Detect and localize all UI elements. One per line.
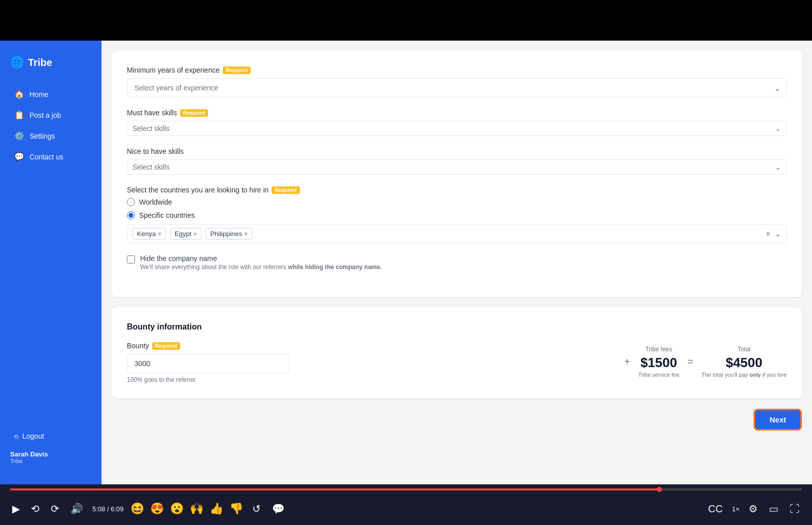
fullscreen-button[interactable]: ⛶ bbox=[788, 501, 802, 517]
total-label: Total bbox=[701, 346, 787, 353]
controls-row: ▶ ⟲ ⟳ 🔊 5:08 / 6:09 😆 😍 😮 🙌 👍 👎 ↺ 💬 CC 1… bbox=[10, 493, 802, 525]
sidebar-navigation: 🏠 Home 📋 Post a job ⚙️ Settings 💬 Contac… bbox=[0, 84, 101, 422]
logout-icon: ⎋ bbox=[14, 432, 18, 440]
emoji-laugh[interactable]: 😆 bbox=[130, 502, 144, 515]
experience-select[interactable]: Select years of experience bbox=[127, 78, 787, 97]
contact-icon: 💬 bbox=[14, 152, 24, 161]
sidebar-item-contact-us[interactable]: 💬 Contact us bbox=[4, 147, 97, 167]
required-badge: Required bbox=[272, 186, 299, 194]
clear-all-button[interactable]: × bbox=[766, 229, 770, 239]
tag-egypt: Egypt × bbox=[170, 228, 201, 240]
progress-thumb bbox=[657, 487, 662, 492]
nice-skills-label: Nice to have skills bbox=[127, 147, 787, 155]
chat-button[interactable]: 💬 bbox=[270, 501, 287, 517]
remove-egypt-button[interactable]: × bbox=[193, 231, 197, 238]
hide-company-label-wrapper: Hide the company name We'll share everyt… bbox=[140, 254, 382, 271]
sidebar-bottom: ⎋ Logout Sarah Davis Tribe bbox=[0, 422, 101, 474]
user-role: Tribe bbox=[10, 458, 91, 464]
must-have-skills-group: Must have skills Required Select skills … bbox=[127, 109, 787, 136]
emoji-wow[interactable]: 😮 bbox=[170, 502, 184, 515]
remove-kenya-button[interactable]: × bbox=[158, 231, 161, 238]
hide-company-label-sub: We'll share everything about the role wi… bbox=[140, 264, 382, 271]
specific-countries-radio[interactable] bbox=[127, 211, 135, 219]
cc-button[interactable]: CC bbox=[706, 501, 725, 517]
user-name: Sarah Davis bbox=[10, 450, 91, 458]
logout-button[interactable]: ⎋ Logout bbox=[4, 427, 97, 445]
settings-icon: ⚙️ bbox=[14, 131, 24, 141]
nice-skills-input[interactable]: Select skills ⌄ bbox=[127, 159, 787, 175]
remove-philippines-button[interactable]: × bbox=[244, 231, 248, 238]
emoji-clap[interactable]: 🙌 bbox=[190, 502, 204, 515]
sidebar-logo-text: Tribe bbox=[28, 57, 52, 69]
bounty-input[interactable] bbox=[127, 354, 289, 373]
required-badge: Required bbox=[180, 109, 208, 117]
specific-countries-label: Specific countries bbox=[139, 211, 195, 219]
emoji-heart-eyes[interactable]: 😍 bbox=[150, 502, 164, 515]
worldwide-radio[interactable] bbox=[127, 198, 135, 206]
next-button[interactable]: Next bbox=[754, 409, 802, 431]
sidebar-item-label: Home bbox=[29, 90, 48, 99]
tribe-logo-icon: 🌐 bbox=[10, 56, 24, 69]
min-experience-group: Minimum years of experience Required Sel… bbox=[127, 66, 787, 97]
tag-kenya-label: Kenya bbox=[137, 230, 156, 238]
must-skills-placeholder: Select skills bbox=[132, 124, 775, 133]
emoji-reactions: 😆 😍 😮 🙌 👍 👎 bbox=[130, 502, 243, 515]
tribe-fees-sublabel: Tribe service fee bbox=[638, 372, 680, 378]
sidebar-item-label: Contact us bbox=[29, 153, 63, 161]
sidebar-item-home[interactable]: 🏠 Home bbox=[4, 84, 97, 104]
must-skills-input[interactable]: Select skills ⌄ bbox=[127, 121, 787, 136]
tag-kenya: Kenya × bbox=[132, 228, 166, 240]
emoji-thumbs-up[interactable]: 👍 bbox=[210, 502, 223, 515]
experience-skills-card: Minimum years of experience Required Sel… bbox=[112, 51, 802, 297]
nice-skills-placeholder: Select skills bbox=[132, 163, 775, 171]
bounty-label: Bounty Required bbox=[127, 342, 604, 350]
progress-fill bbox=[10, 488, 659, 490]
user-info: Sarah Davis Tribe bbox=[0, 445, 101, 469]
tag-philippines: Philippines × bbox=[206, 228, 252, 240]
recap-button[interactable]: ↺ bbox=[250, 501, 263, 517]
hide-company-checkbox[interactable] bbox=[127, 255, 135, 264]
sidebar-item-label: Post a job bbox=[29, 111, 61, 119]
play-button[interactable]: ▶ bbox=[10, 501, 22, 517]
tribe-fees-amount: $1500 bbox=[638, 355, 680, 371]
chevron-down-icon: ⌄ bbox=[775, 124, 781, 133]
volume-button[interactable]: 🔊 bbox=[69, 501, 85, 517]
min-experience-label: Minimum years of experience Required bbox=[127, 66, 787, 74]
bounty-layout: Bounty Required 100% goes to the referre… bbox=[127, 342, 787, 383]
tag-philippines-label: Philippines bbox=[210, 230, 242, 238]
required-badge: Required bbox=[223, 67, 251, 74]
settings-button[interactable]: ⚙ bbox=[747, 501, 760, 517]
sidebar: 🌐 Tribe 🏠 Home 📋 Post a job ⚙️ Settings … bbox=[0, 41, 101, 484]
tribe-fees-label: Tribe fees bbox=[638, 346, 680, 353]
hire-countries-label: Select the countries you are looking to … bbox=[127, 186, 787, 194]
progress-bar[interactable] bbox=[10, 488, 802, 490]
radio-worldwide[interactable]: Worldwide bbox=[127, 198, 787, 206]
main-content: Minimum years of experience Required Sel… bbox=[101, 41, 812, 484]
bounty-required-badge: Required bbox=[152, 342, 180, 350]
rewind-button[interactable]: ⟲ bbox=[29, 501, 42, 517]
tag-egypt-label: Egypt bbox=[175, 230, 191, 238]
hide-company-group: Hide the company name We'll share everyt… bbox=[127, 254, 787, 271]
bounty-section-title: Bounty information bbox=[127, 322, 787, 332]
emoji-thumbs-down[interactable]: 👎 bbox=[229, 502, 243, 515]
hire-countries-group: Select the countries you are looking to … bbox=[127, 186, 787, 243]
home-icon: 🏠 bbox=[14, 89, 24, 99]
sidebar-item-settings[interactable]: ⚙️ Settings bbox=[4, 126, 97, 146]
theater-mode-button[interactable]: ▭ bbox=[767, 501, 781, 517]
chevron-down-icon: ⌄ bbox=[774, 229, 781, 239]
experience-select-wrapper: Select years of experience bbox=[127, 78, 787, 97]
fast-forward-button[interactable]: ⟳ bbox=[49, 501, 61, 517]
equals-sign: = bbox=[688, 356, 694, 368]
bounty-note: 100% goes to the referrer bbox=[127, 376, 604, 383]
time-display: 5:08 / 6:09 bbox=[92, 505, 123, 513]
radio-specific[interactable]: Specific countries bbox=[127, 211, 787, 219]
worldwide-label: Worldwide bbox=[139, 198, 172, 206]
speed-button[interactable]: 1× bbox=[732, 505, 739, 513]
post-job-icon: 📋 bbox=[14, 110, 24, 120]
sidebar-item-post-job[interactable]: 📋 Post a job bbox=[4, 105, 97, 125]
tribe-fees-block: Tribe fees $1500 Tribe service fee bbox=[638, 346, 680, 378]
chevron-down-icon: ⌄ bbox=[775, 163, 781, 171]
total-sublabel: The total you'll pay only if you hire bbox=[701, 372, 787, 378]
video-controls: ▶ ⟲ ⟳ 🔊 5:08 / 6:09 😆 😍 😮 🙌 👍 👎 ↺ 💬 CC 1… bbox=[0, 484, 812, 525]
sidebar-logo: 🌐 Tribe bbox=[0, 51, 101, 84]
